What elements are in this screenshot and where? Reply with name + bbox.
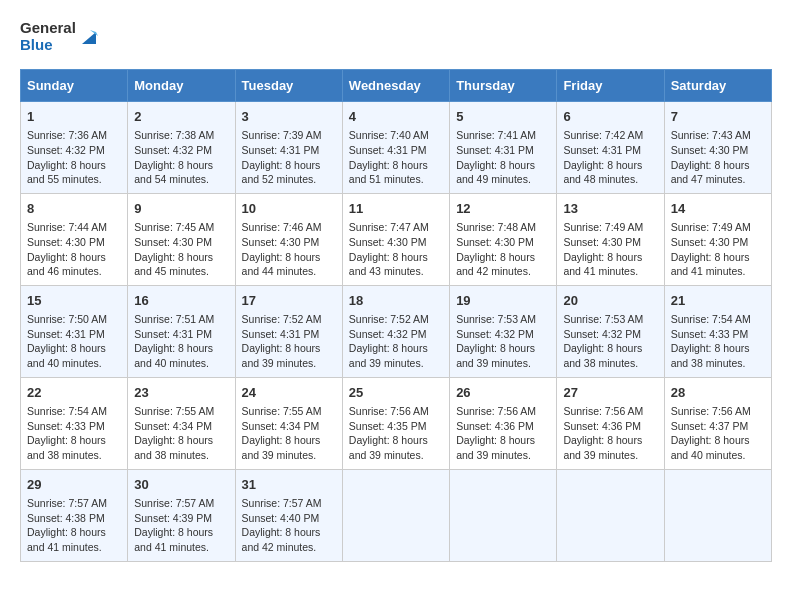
day-number: 10 [242,200,336,218]
day-number: 29 [27,476,121,494]
daylight-text: Daylight: 8 hours and 39 minutes. [456,342,535,369]
calendar-cell: 6Sunrise: 7:42 AMSunset: 4:31 PMDaylight… [557,102,664,194]
calendar-cell: 24Sunrise: 7:55 AMSunset: 4:34 PMDayligh… [235,377,342,469]
sunset-text: Sunset: 4:39 PM [134,512,212,524]
sunrise-text: Sunrise: 7:56 AM [563,405,643,417]
daylight-text: Daylight: 8 hours and 43 minutes. [349,251,428,278]
daylight-text: Daylight: 8 hours and 42 minutes. [456,251,535,278]
day-number: 27 [563,384,657,402]
day-number: 26 [456,384,550,402]
day-number: 11 [349,200,443,218]
sunrise-text: Sunrise: 7:57 AM [134,497,214,509]
day-number: 14 [671,200,765,218]
sunset-text: Sunset: 4:38 PM [27,512,105,524]
sunset-text: Sunset: 4:37 PM [671,420,749,432]
sunrise-text: Sunrise: 7:49 AM [671,221,751,233]
daylight-text: Daylight: 8 hours and 39 minutes. [563,434,642,461]
sunset-text: Sunset: 4:34 PM [242,420,320,432]
daylight-text: Daylight: 8 hours and 47 minutes. [671,159,750,186]
day-number: 4 [349,108,443,126]
calendar-week-4: 22Sunrise: 7:54 AMSunset: 4:33 PMDayligh… [21,377,772,469]
sunset-text: Sunset: 4:33 PM [671,328,749,340]
daylight-text: Daylight: 8 hours and 52 minutes. [242,159,321,186]
day-number: 24 [242,384,336,402]
header-friday: Friday [557,70,664,102]
calendar-cell: 30Sunrise: 7:57 AMSunset: 4:39 PMDayligh… [128,469,235,561]
calendar-cell: 27Sunrise: 7:56 AMSunset: 4:36 PMDayligh… [557,377,664,469]
calendar-cell: 21Sunrise: 7:54 AMSunset: 4:33 PMDayligh… [664,285,771,377]
calendar-cell: 31Sunrise: 7:57 AMSunset: 4:40 PMDayligh… [235,469,342,561]
calendar-cell [664,469,771,561]
sunrise-text: Sunrise: 7:46 AM [242,221,322,233]
sunrise-text: Sunrise: 7:42 AM [563,129,643,141]
day-number: 20 [563,292,657,310]
calendar-cell: 7Sunrise: 7:43 AMSunset: 4:30 PMDaylight… [664,102,771,194]
daylight-text: Daylight: 8 hours and 49 minutes. [456,159,535,186]
day-number: 28 [671,384,765,402]
sunrise-text: Sunrise: 7:55 AM [242,405,322,417]
day-number: 16 [134,292,228,310]
sunrise-text: Sunrise: 7:36 AM [27,129,107,141]
sunrise-text: Sunrise: 7:54 AM [27,405,107,417]
daylight-text: Daylight: 8 hours and 48 minutes. [563,159,642,186]
sunset-text: Sunset: 4:31 PM [242,144,320,156]
sunset-text: Sunset: 4:30 PM [242,236,320,248]
daylight-text: Daylight: 8 hours and 41 minutes. [27,526,106,553]
sunset-text: Sunset: 4:30 PM [671,144,749,156]
calendar-cell: 26Sunrise: 7:56 AMSunset: 4:36 PMDayligh… [450,377,557,469]
calendar-cell: 11Sunrise: 7:47 AMSunset: 4:30 PMDayligh… [342,193,449,285]
calendar-cell: 3Sunrise: 7:39 AMSunset: 4:31 PMDaylight… [235,102,342,194]
sunset-text: Sunset: 4:30 PM [563,236,641,248]
sunset-text: Sunset: 4:32 PM [27,144,105,156]
calendar-cell: 13Sunrise: 7:49 AMSunset: 4:30 PMDayligh… [557,193,664,285]
sunrise-text: Sunrise: 7:56 AM [671,405,751,417]
calendar-cell: 9Sunrise: 7:45 AMSunset: 4:30 PMDaylight… [128,193,235,285]
calendar-cell: 15Sunrise: 7:50 AMSunset: 4:31 PMDayligh… [21,285,128,377]
calendar-cell: 19Sunrise: 7:53 AMSunset: 4:32 PMDayligh… [450,285,557,377]
daylight-text: Daylight: 8 hours and 40 minutes. [134,342,213,369]
sunset-text: Sunset: 4:31 PM [134,328,212,340]
sunset-text: Sunset: 4:33 PM [27,420,105,432]
daylight-text: Daylight: 8 hours and 39 minutes. [349,434,428,461]
calendar-cell: 10Sunrise: 7:46 AMSunset: 4:30 PMDayligh… [235,193,342,285]
sunrise-text: Sunrise: 7:48 AM [456,221,536,233]
sunrise-text: Sunrise: 7:54 AM [671,313,751,325]
page-header: General Blue [20,20,772,53]
sunrise-text: Sunrise: 7:40 AM [349,129,429,141]
sunrise-text: Sunrise: 7:50 AM [27,313,107,325]
sunrise-text: Sunrise: 7:55 AM [134,405,214,417]
sunrise-text: Sunrise: 7:52 AM [349,313,429,325]
day-number: 3 [242,108,336,126]
calendar-cell [557,469,664,561]
sunset-text: Sunset: 4:34 PM [134,420,212,432]
daylight-text: Daylight: 8 hours and 46 minutes. [27,251,106,278]
day-number: 5 [456,108,550,126]
calendar-cell: 5Sunrise: 7:41 AMSunset: 4:31 PMDaylight… [450,102,557,194]
sunset-text: Sunset: 4:36 PM [563,420,641,432]
daylight-text: Daylight: 8 hours and 38 minutes. [27,434,106,461]
calendar-cell: 23Sunrise: 7:55 AMSunset: 4:34 PMDayligh… [128,377,235,469]
logo-text-blue: Blue [20,37,76,54]
sunset-text: Sunset: 4:30 PM [134,236,212,248]
sunset-text: Sunset: 4:31 PM [456,144,534,156]
sunrise-text: Sunrise: 7:44 AM [27,221,107,233]
calendar-cell: 22Sunrise: 7:54 AMSunset: 4:33 PMDayligh… [21,377,128,469]
sunrise-text: Sunrise: 7:39 AM [242,129,322,141]
day-number: 8 [27,200,121,218]
calendar-cell: 16Sunrise: 7:51 AMSunset: 4:31 PMDayligh… [128,285,235,377]
daylight-text: Daylight: 8 hours and 39 minutes. [349,342,428,369]
sunrise-text: Sunrise: 7:38 AM [134,129,214,141]
day-number: 13 [563,200,657,218]
daylight-text: Daylight: 8 hours and 39 minutes. [242,434,321,461]
header-wednesday: Wednesday [342,70,449,102]
daylight-text: Daylight: 8 hours and 55 minutes. [27,159,106,186]
day-number: 1 [27,108,121,126]
sunrise-text: Sunrise: 7:41 AM [456,129,536,141]
day-number: 9 [134,200,228,218]
daylight-text: Daylight: 8 hours and 41 minutes. [671,251,750,278]
calendar-week-3: 15Sunrise: 7:50 AMSunset: 4:31 PMDayligh… [21,285,772,377]
sunrise-text: Sunrise: 7:52 AM [242,313,322,325]
daylight-text: Daylight: 8 hours and 54 minutes. [134,159,213,186]
sunrise-text: Sunrise: 7:51 AM [134,313,214,325]
header-sunday: Sunday [21,70,128,102]
